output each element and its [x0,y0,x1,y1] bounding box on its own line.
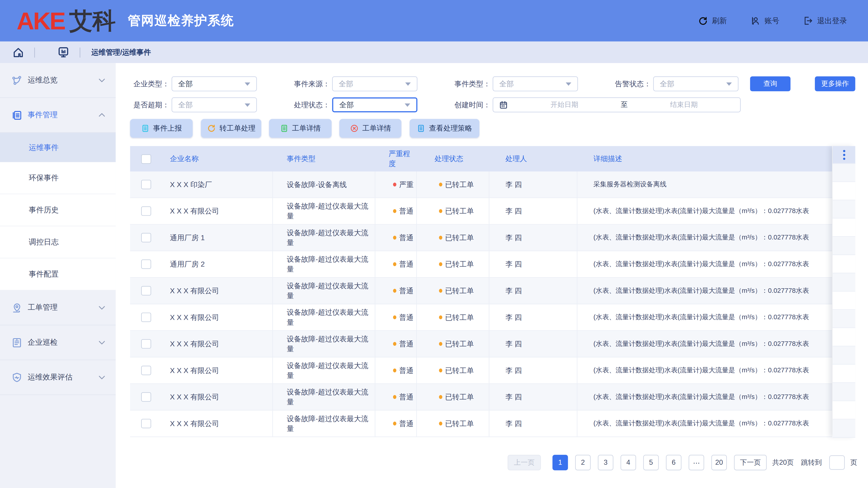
table-row[interactable]: X X X 印染厂 设备故障-设备离线 严重 已转工单 李 四 采集服务器检测设… [130,171,832,198]
home-icon[interactable] [12,46,24,58]
refresh-icon [698,16,708,26]
system-title: 管网巡检养护系统 [128,12,234,29]
calendar-icon [499,100,508,109]
prev-page-button[interactable]: 上一页 [508,455,541,470]
table-row[interactable]: X X X 有限公司 设备故障-超过仪表最大流量 普通 已转工单 李 四 (水表… [130,198,832,225]
table-row[interactable]: X X X 有限公司 设备故障-超过仪表最大流量 普通 已转工单 李 四 (水表… [130,384,832,411]
report-doc-icon [141,124,149,133]
view-strategy-button[interactable]: 查看处理策略 [410,119,479,138]
handle-status-select[interactable]: 全部 [332,97,417,112]
table-row[interactable]: X X X 有限公司 设备故障-超过仪表最大流量 普通 已转工单 李 四 (水表… [130,411,832,437]
sidebar-item-label: 事件管理 [28,110,57,120]
filter-label-alarm-status: 告警状态： [610,76,651,91]
row-checkbox[interactable] [141,180,151,189]
row-checkbox[interactable] [141,286,151,295]
table-header-row: 企业名称 事件类型 严重程度 处理状态 处理人 详细描述 [130,146,832,172]
page-button-2[interactable]: 2 [575,455,591,470]
page-button-5[interactable]: 5 [643,455,659,470]
ops-column-cell [833,255,855,273]
column-header-company: 企业名称 [162,146,273,172]
page-button-3[interactable]: 3 [598,455,614,470]
ops-column-cell [833,328,855,346]
ops-column-cell [833,219,855,237]
status-dot [439,422,442,425]
caret-down-icon [245,82,250,86]
table-row[interactable]: X X X 有限公司 设备故障-超过仪表最大流量 普通 已转工单 李 四 (水表… [130,304,832,331]
status-dot [439,395,442,399]
workorder-detail-button[interactable]: 工单详情 [269,119,332,138]
brand-logo-cn: 艾科 [69,9,116,32]
table-row[interactable]: 通用厂房 1 设备故障-超过仪表最大流量 普通 已转工单 李 四 (水表、流量计… [130,225,832,251]
overdue-select[interactable]: 全部 [172,97,257,112]
table-row[interactable]: X X X 有限公司 设备故障-超过仪表最大流量 普通 已转工单 李 四 (水表… [130,278,832,304]
more-actions-button[interactable]: 更多操作 [815,76,855,91]
top-header: AKE 艾科 管网巡检养护系统 刷新 账号 退出登录 [0,0,868,41]
logout-button[interactable]: 退出登录 [803,15,847,26]
select-all-checkbox[interactable] [141,154,151,164]
enterprise-type-select[interactable]: 全部 [172,76,257,91]
alarm-status-select[interactable]: 全部 [653,76,739,91]
report-event-button[interactable]: 事件上报 [130,119,193,138]
ops-column-cell [833,182,855,200]
page-suffix-label: 页 [850,455,857,470]
column-header-handler: 处理人 [489,146,577,172]
sidebar-item-control-log[interactable]: 调控日志 [0,226,116,258]
account-button[interactable]: 账号 [750,15,779,26]
next-page-button[interactable]: 下一页 [734,455,767,470]
chevron-up-icon [97,111,106,120]
strategy-doc-icon [417,124,425,133]
account-label: 账号 [765,16,779,26]
status-dot [439,209,442,213]
divider [34,47,35,57]
sidebar-item-ops-effect-evaluation[interactable]: 运维效果评估 [0,360,116,395]
page-ellipsis-button[interactable]: ⋯ [689,455,704,470]
sidebar-item-event-history[interactable]: 事件历史 [0,194,116,226]
monitor-icon[interactable] [57,46,70,59]
page-button-1[interactable]: 1 [553,455,568,470]
column-header-event-type: 事件类型 [273,146,375,172]
row-checkbox[interactable] [141,339,151,349]
row-checkbox[interactable] [141,260,151,269]
chevron-down-icon [97,373,106,382]
severity-dot [393,289,397,293]
page-button-20[interactable]: 20 [711,455,727,470]
table-row[interactable]: 通用厂房 2 设备故障-超过仪表最大流量 普通 已转工单 李 四 (水表、流量计… [130,251,832,278]
row-checkbox[interactable] [141,392,151,402]
row-checkbox[interactable] [141,366,151,375]
main-content: 企业类型： 全部 事件来源： 全部 事件类型： 全部 告警状态： 全部 查询 更… [116,63,868,488]
ops-column-cell [833,401,855,420]
severity-dot [393,209,397,213]
row-checkbox[interactable] [141,419,151,428]
search-button[interactable]: 查询 [750,76,790,91]
sidebar-item-env-events[interactable]: 环保事件 [0,162,116,194]
column-settings-button[interactable] [833,146,855,164]
row-checkbox[interactable] [141,313,151,322]
table-row[interactable]: X X X 有限公司 设备故障-超过仪表最大流量 普通 已转工单 李 四 (水表… [130,331,832,357]
sidebar-item-workorder-management[interactable]: 工单管理 [0,291,116,325]
sidebar-item-event-config[interactable]: 事件配置 [0,258,116,291]
sidebar-item-ops-overview[interactable]: 运维总览 [0,63,116,98]
refresh-button[interactable]: 刷新 [698,16,727,26]
filter-label-handle-status: 处理状态： [289,97,330,112]
workorder-detail-close-button[interactable]: 工单详情 [339,119,401,138]
inspect-doc-icon [11,337,22,348]
sidebar-item-label: 运维总览 [28,75,57,85]
row-checkbox[interactable] [141,233,151,242]
caret-down-icon [405,82,411,86]
pin-icon [11,302,22,313]
sidebar-item-event-management[interactable]: 事件管理 [0,98,116,133]
page-button-4[interactable]: 4 [620,455,636,470]
create-time-range-picker[interactable]: 开始日期 至 结束日期 [493,97,741,112]
transfer-workorder-button[interactable]: 转工单处理 [201,119,261,138]
ops-column-cell [833,310,855,328]
page-button-6[interactable]: 6 [666,455,682,470]
event-type-select[interactable]: 全部 [493,76,578,91]
row-checkbox[interactable] [141,206,151,216]
sidebar-item-ops-events[interactable]: 运维事件 [0,133,116,162]
jump-page-input[interactable] [829,455,845,470]
table-row[interactable]: X X X 有限公司 设备故障-超过仪表最大流量 普通 已转工单 李 四 (水表… [130,357,832,384]
total-pages-label: 共20页 [772,455,794,470]
ops-column-cell [833,273,855,292]
sidebar-item-enterprise-inspection[interactable]: 企业巡检 [0,325,116,360]
event-source-select[interactable]: 全部 [332,76,417,91]
